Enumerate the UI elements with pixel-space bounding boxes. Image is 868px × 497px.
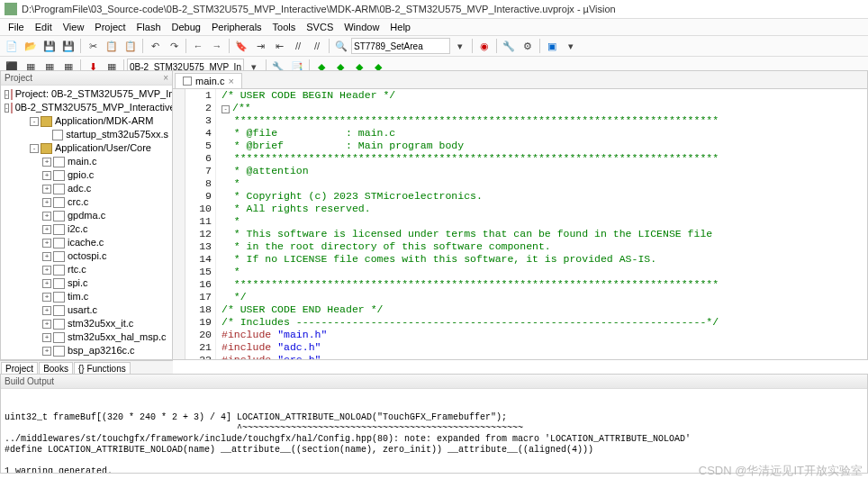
tree-item[interactable]: +bsp_esp8266.c — [3, 357, 170, 359]
tree-item[interactable]: +icache.c — [3, 236, 170, 249]
tree-label: i2c.c — [68, 222, 88, 236]
tree-item[interactable]: +usart.c — [3, 303, 170, 317]
tree-item[interactable]: +rtc.c — [3, 263, 170, 276]
editor-tab-close-button[interactable]: × — [228, 76, 233, 86]
tree-item[interactable]: +gpdma.c — [3, 209, 170, 222]
help-button[interactable]: ▾ — [562, 37, 580, 55]
tree-item[interactable]: +bsp_ap3216c.c — [3, 344, 170, 357]
save-button[interactable]: 💾 — [41, 37, 59, 55]
tree-toggle-icon[interactable]: + — [42, 306, 51, 315]
menu-project[interactable]: Project — [89, 20, 131, 34]
toolbox-button[interactable]: 🔧 — [500, 37, 518, 55]
tree-toggle-icon[interactable]: - — [30, 144, 39, 153]
project-tab[interactable]: Project — [1, 362, 38, 375]
comment-button[interactable]: // — [289, 37, 307, 55]
new-file-button[interactable]: 📄 — [3, 37, 21, 55]
tree-toggle-icon[interactable]: + — [42, 266, 51, 275]
redo-button[interactable]: ↷ — [165, 37, 183, 55]
cut-button[interactable]: ✂ — [84, 37, 102, 55]
tree-toggle-icon[interactable]: + — [42, 212, 51, 221]
file-icon — [53, 157, 65, 167]
project-tab[interactable]: Books — [39, 362, 73, 375]
tree-toggle-icon[interactable]: + — [42, 279, 51, 288]
tree-toggle-icon[interactable]: + — [42, 239, 51, 248]
debug-button[interactable]: ◉ — [475, 37, 493, 55]
tree-toggle-icon[interactable]: + — [42, 293, 51, 302]
tree-label: startup_stm32u575xx.s — [66, 128, 168, 141]
tree-toggle-icon[interactable]: + — [42, 347, 51, 356]
tree-label: usart.c — [68, 303, 97, 317]
tree-item[interactable]: -0B-2_STM32U575_MVP_Interactive — [3, 101, 170, 114]
tree-item[interactable]: +gpio.c — [3, 168, 170, 182]
project-tree[interactable]: -Project: 0B-2_STM32U575_MVP_Interactive… — [1, 86, 172, 359]
menu-view[interactable]: View — [58, 20, 90, 34]
tree-toggle-icon[interactable]: + — [42, 171, 51, 180]
tree-item[interactable]: +crc.c — [3, 195, 170, 209]
tree-toggle-icon[interactable]: + — [42, 158, 51, 167]
tree-item[interactable]: -Project: 0B-2_STM32U575_MVP_Interactive — [3, 87, 170, 101]
file-icon — [53, 238, 65, 248]
bookmark-button[interactable]: 🔖 — [232, 37, 250, 55]
tree-item[interactable]: +spi.c — [3, 276, 170, 290]
tree-item[interactable]: +i2c.c — [3, 222, 170, 236]
window-button[interactable]: ▣ — [543, 37, 561, 55]
nav-fwd-button[interactable]: → — [208, 37, 226, 55]
tree-toggle-icon[interactable]: + — [42, 252, 51, 261]
tree-toggle-icon[interactable]: + — [42, 333, 51, 342]
uncomment-button[interactable]: // — [308, 37, 326, 55]
menu-help[interactable]: Help — [384, 20, 416, 34]
menu-window[interactable]: Window — [339, 20, 384, 34]
file-icon — [53, 319, 65, 330]
code-content[interactable]: /* USER CODE BEGIN Header */-/** *******… — [216, 89, 867, 359]
tree-item[interactable]: startup_stm32u575xx.s — [3, 128, 170, 141]
menu-peripherals[interactable]: Peripherals — [206, 20, 267, 34]
tree-toggle-icon[interactable]: + — [42, 185, 51, 194]
target-icon — [11, 103, 13, 113]
tree-toggle-icon[interactable]: - — [30, 117, 39, 126]
menu-tools[interactable]: Tools — [267, 20, 302, 34]
tree-toggle-icon[interactable]: + — [42, 198, 51, 207]
menu-file[interactable]: File — [3, 20, 30, 34]
tree-item[interactable]: -Application/MDK-ARM — [3, 114, 170, 128]
nav-back-button[interactable]: ← — [189, 37, 207, 55]
editor-tab-bar: main.c × — [173, 71, 867, 89]
open-file-button[interactable]: 📂 — [22, 37, 40, 55]
paste-button[interactable]: 📋 — [122, 37, 140, 55]
undo-button[interactable]: ↶ — [146, 37, 164, 55]
code-editor[interactable]: 1234567891011121314151617181920212223242… — [173, 89, 867, 359]
copy-button[interactable]: 📋 — [103, 37, 121, 55]
config-button[interactable]: ⚙ — [519, 37, 537, 55]
folder-icon — [41, 116, 52, 127]
save-all-button[interactable]: 💾 — [59, 37, 77, 55]
find-button[interactable]: 🔍 — [332, 37, 350, 55]
tree-item[interactable]: +stm32u5xx_it.c — [3, 317, 170, 330]
indent-button[interactable]: ⇥ — [251, 37, 269, 55]
tree-item[interactable]: +tim.c — [3, 290, 170, 303]
find-next-button[interactable]: ▾ — [451, 37, 469, 55]
tree-label: gpio.c — [68, 168, 94, 182]
tree-toggle-icon[interactable]: - — [5, 104, 9, 113]
tree-toggle-icon[interactable]: + — [42, 225, 51, 234]
editor-tab-main-c[interactable]: main.c × — [175, 73, 242, 88]
menu-debug[interactable]: Debug — [167, 20, 206, 34]
tree-item[interactable]: +stm32u5xx_hal_msp.c — [3, 330, 170, 344]
find-combo[interactable] — [351, 38, 450, 54]
project-tab[interactable]: {} Functions — [74, 362, 131, 375]
window-title: D:\ProgramFile\03_Source-code\0B-2_STM32… — [22, 4, 616, 14]
project-panel-close-button[interactable]: × — [163, 73, 168, 83]
tree-item[interactable]: -Application/User/Core — [3, 141, 170, 155]
tree-item[interactable]: +octospi.c — [3, 249, 170, 263]
menu-flash[interactable]: Flash — [131, 20, 167, 34]
file-icon — [53, 305, 65, 316]
tree-label: icache.c — [68, 236, 104, 249]
file-icon — [53, 251, 65, 262]
tree-toggle-icon[interactable]: + — [42, 320, 51, 329]
build-output-body[interactable]: uint32_t frameBuf[(320 * 240 * 2 + 3) / … — [1, 389, 867, 473]
outdent-button[interactable]: ⇤ — [270, 37, 288, 55]
menu-svcs[interactable]: SVCS — [301, 20, 339, 34]
tree-item[interactable]: +main.c — [3, 155, 170, 168]
editor-gutter — [173, 89, 185, 359]
menu-edit[interactable]: Edit — [30, 20, 58, 34]
tree-toggle-icon[interactable]: - — [5, 90, 9, 99]
tree-item[interactable]: +adc.c — [3, 182, 170, 195]
